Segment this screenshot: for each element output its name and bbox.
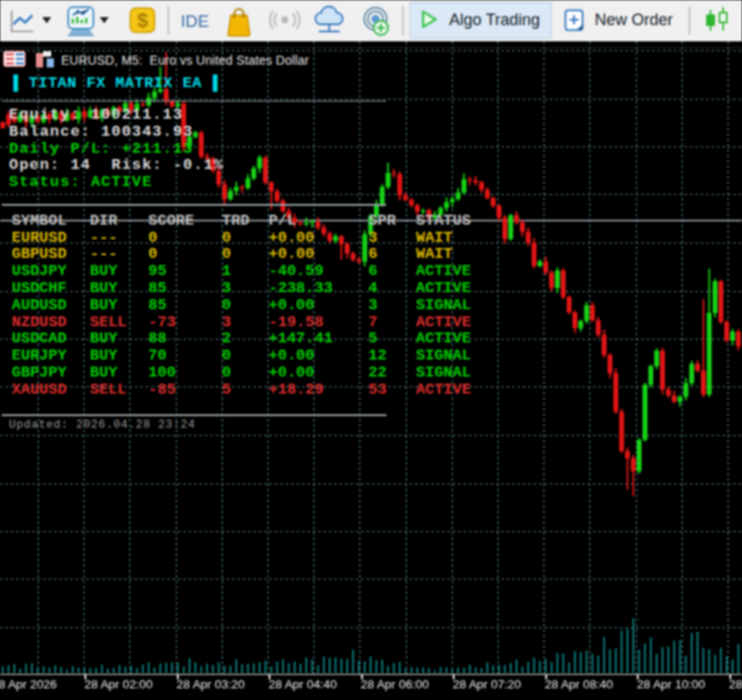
svg-text:New Order: New Order <box>595 11 673 29</box>
